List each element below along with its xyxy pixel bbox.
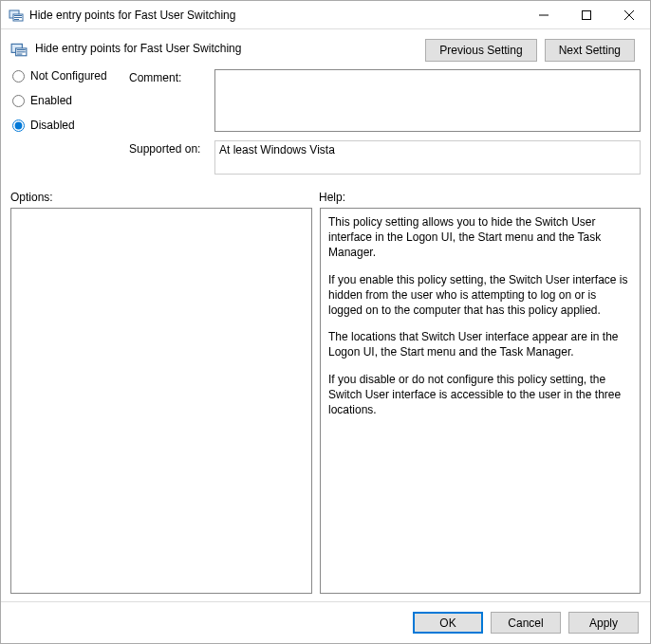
radio-disabled[interactable]: Disabled — [12, 119, 129, 132]
help-paragraph: The locations that Switch User interface… — [328, 329, 632, 359]
svg-rect-12 — [17, 51, 26, 52]
radio-enabled-input[interactable] — [12, 95, 25, 107]
window-title: Hide entry points for Fast User Switchin… — [29, 9, 522, 22]
radio-enabled[interactable]: Enabled — [12, 94, 129, 107]
minimize-button[interactable] — [522, 1, 565, 28]
next-setting-button[interactable]: Next Setting — [545, 39, 635, 62]
content-area: Hide entry points for Fast User Switchin… — [1, 29, 650, 601]
pane-labels: Options: Help: — [10, 191, 641, 204]
header-row: Hide entry points for Fast User Switchin… — [10, 39, 641, 62]
help-paragraph: If you enable this policy setting, the S… — [328, 272, 632, 319]
help-pane: This policy setting allows you to hide t… — [320, 208, 641, 594]
titlebar: Hide entry points for Fast User Switchin… — [1, 1, 650, 29]
supported-textarea — [214, 140, 641, 175]
radio-enabled-label: Enabled — [30, 94, 72, 107]
svg-rect-4 — [14, 19, 19, 20]
comment-label: Comment: — [129, 69, 207, 84]
svg-rect-13 — [17, 54, 23, 55]
close-button[interactable] — [607, 1, 650, 28]
help-pane-label: Help: — [319, 191, 641, 204]
comment-textarea[interactable] — [214, 69, 641, 132]
footer: OK Cancel Apply — [1, 601, 650, 643]
policy-title: Hide entry points for Fast User Switchin… — [35, 39, 418, 55]
svg-rect-3 — [14, 17, 22, 18]
svg-rect-11 — [17, 49, 26, 50]
config-row: Not Configured Enabled Disabled Comment: — [10, 69, 641, 177]
dialog-window: Hide entry points for Fast User Switchin… — [0, 0, 651, 644]
nav-buttons: Previous Setting Next Setting — [425, 39, 635, 62]
supported-label: Supported on: — [129, 140, 207, 156]
svg-rect-2 — [14, 15, 22, 16]
options-pane-label: Options: — [10, 191, 319, 204]
help-paragraph: This policy setting allows you to hide t… — [328, 214, 632, 261]
maximize-button[interactable] — [565, 1, 607, 28]
apply-button[interactable]: Apply — [568, 612, 639, 634]
window-controls — [522, 1, 650, 28]
gpo-icon — [9, 8, 24, 23]
radio-disabled-input[interactable] — [12, 120, 25, 132]
cancel-button[interactable]: Cancel — [491, 612, 561, 634]
supported-field-row: Supported on: — [129, 140, 641, 177]
radio-not-configured-label: Not Configured — [30, 69, 107, 83]
comment-field-row: Comment: — [129, 69, 641, 135]
ok-button[interactable]: OK — [413, 612, 483, 634]
radio-not-configured-input[interactable] — [12, 70, 25, 83]
fields-col: Comment: Supported on: — [129, 69, 641, 177]
radio-disabled-label: Disabled — [30, 119, 75, 132]
state-radio-group: Not Configured Enabled Disabled — [10, 69, 129, 143]
previous-setting-button[interactable]: Previous Setting — [425, 39, 536, 62]
options-pane — [10, 208, 312, 594]
svg-rect-6 — [582, 10, 590, 19]
help-paragraph: If you disable or do not configure this … — [328, 372, 632, 418]
policy-icon — [10, 41, 28, 58]
radio-not-configured[interactable]: Not Configured — [12, 69, 129, 83]
panes: This policy setting allows you to hide t… — [10, 208, 641, 594]
